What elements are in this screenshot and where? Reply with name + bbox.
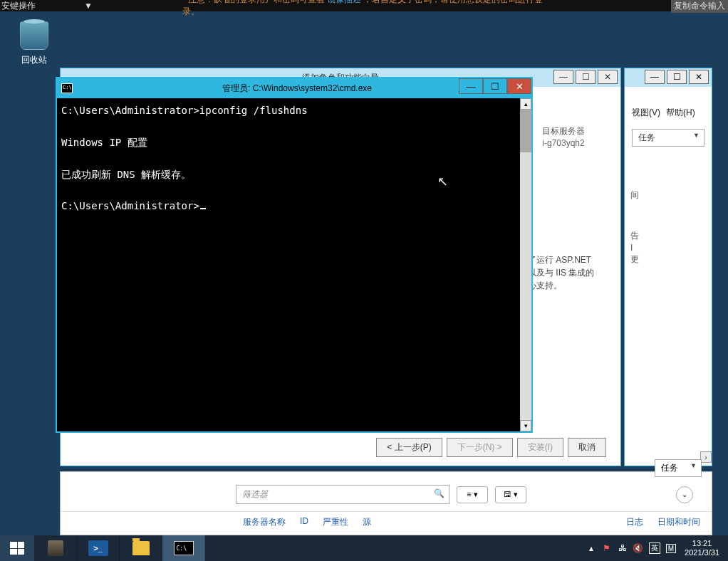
maximize-button[interactable]: ☐ xyxy=(576,70,596,84)
top-notice: * 注意：缺省的登录用户和密码可查看 镜像描述 ，若自定义了密码，请使用您设定的… xyxy=(182,0,546,18)
cmd-icon xyxy=(61,83,73,93)
start-button[interactable] xyxy=(0,535,34,561)
task-explorer[interactable] xyxy=(120,535,162,561)
col-log[interactable]: 日志 xyxy=(626,516,643,528)
maximize-button[interactable]: ☐ xyxy=(483,78,507,94)
cancel-button[interactable]: 取消 xyxy=(568,438,606,457)
minimize-button[interactable]: — xyxy=(553,70,573,84)
windows-icon xyxy=(10,542,24,555)
filter-dropdown-2[interactable]: 🖫 ▾ xyxy=(495,486,526,503)
maximize-button[interactable]: ☐ xyxy=(667,70,687,84)
system-tray: ▴ ⚑ 🖧 🔇 英 M 13:21 2021/3/31 xyxy=(581,535,728,561)
image-desc-link[interactable]: 镜像描述 xyxy=(327,0,361,4)
prev-button[interactable]: < 上一步(P) xyxy=(376,438,442,457)
top-menu[interactable]: 安键操作 xyxy=(0,0,48,12)
next-button[interactable]: 下一步(N) > xyxy=(447,438,513,457)
target-server-label: 目标服务器 xyxy=(521,125,606,137)
events-panel: 任务 筛选器 ≡ ▾ 🖫 ▾ ⌄ 服务器名称 ID 严重性 源 日志 日期和时间 xyxy=(60,471,712,535)
cmd-output[interactable]: C:\Users\Administrator>ipconfig /flushdn… xyxy=(57,98,520,431)
menu-view[interactable]: 视图(V) xyxy=(632,107,660,119)
scrollbar[interactable]: ▴ ▾ xyxy=(520,98,531,431)
col-datetime[interactable]: 日期和时间 xyxy=(657,516,700,528)
minimize-button[interactable]: — xyxy=(645,70,665,84)
server-manager-icon xyxy=(48,540,63,556)
tasks-dropdown[interactable]: 任务 xyxy=(632,129,704,147)
scroll-thumb[interactable] xyxy=(520,110,531,152)
recycle-bin-image xyxy=(20,21,48,50)
expand-button[interactable]: ⌄ xyxy=(676,486,693,503)
close-button[interactable]: ✕ xyxy=(507,78,531,94)
column-headers: 服务器名称 ID 严重性 源 日志 日期和时间 xyxy=(61,511,712,533)
taskbar: >_ C:\ ▴ ⚑ 🖧 🔇 英 M 13:21 2021/3/31 xyxy=(0,535,728,561)
copy-command-button[interactable]: 复制命令输入 xyxy=(671,0,728,13)
powershell-icon: >_ xyxy=(88,540,108,556)
network-icon[interactable]: 🖧 xyxy=(618,543,628,553)
col-source[interactable]: 源 xyxy=(363,516,371,528)
cursor-icon xyxy=(200,208,206,209)
task-server-manager[interactable] xyxy=(34,535,77,561)
ime-mode[interactable]: M xyxy=(666,544,676,553)
scroll-up-icon[interactable]: ▴ xyxy=(520,98,531,110)
install-button[interactable]: 安装(I) xyxy=(517,438,563,457)
col-id[interactable]: ID xyxy=(300,516,308,528)
minimize-button[interactable]: — xyxy=(459,78,483,94)
task-powershell[interactable]: >_ xyxy=(77,535,120,561)
filter-dropdown-1[interactable]: ≡ ▾ xyxy=(457,486,488,503)
dropdown-arrow-icon[interactable]: ▼ xyxy=(84,1,93,11)
cmd-task-icon: C:\ xyxy=(174,541,194,555)
partial-text: 间 告 I 更 xyxy=(630,189,706,266)
scroll-down-icon[interactable]: ▾ xyxy=(520,420,531,431)
close-button[interactable]: ✕ xyxy=(689,70,709,84)
flag-icon[interactable]: ⚑ xyxy=(602,543,612,553)
clock[interactable]: 13:21 2021/3/31 xyxy=(682,539,722,557)
asp-description: 了运行 ASP.NET 以及与 IIS 集成的 心支持。 xyxy=(528,253,606,292)
menu-help[interactable]: 帮助(H) xyxy=(666,107,695,119)
ime-lang[interactable]: 英 xyxy=(649,542,660,554)
close-button[interactable]: ✕ xyxy=(598,70,618,84)
recycle-bin-icon[interactable]: 回收站 xyxy=(13,21,56,66)
task-cmd[interactable]: C:\ xyxy=(162,535,205,561)
cmd-window: 管理员: C:\Windows\system32\cmd.exe — ☐ ✕ C… xyxy=(56,77,533,433)
col-severity[interactable]: 严重性 xyxy=(323,516,348,528)
folder-icon xyxy=(132,541,150,555)
target-server-name: i-g703yqh2 xyxy=(521,137,606,150)
volume-icon[interactable]: 🔇 xyxy=(633,543,643,553)
background-window-right: — ☐ ✕ 视图(V) 帮助(H) 任务 间 告 I 更 › xyxy=(624,68,712,466)
tray-up-icon[interactable]: ▴ xyxy=(586,543,596,553)
recycle-bin-label: 回收站 xyxy=(13,54,56,66)
filter-input[interactable]: 筛选器 xyxy=(236,485,449,504)
top-bar: 安键操作 ▼ * 注意：缺省的登录用户和密码可查看 镜像描述 ，若自定义了密码，… xyxy=(0,0,728,11)
tasks-dropdown-bottom[interactable]: 任务 xyxy=(655,459,702,477)
col-server[interactable]: 服务器名称 xyxy=(243,516,286,528)
